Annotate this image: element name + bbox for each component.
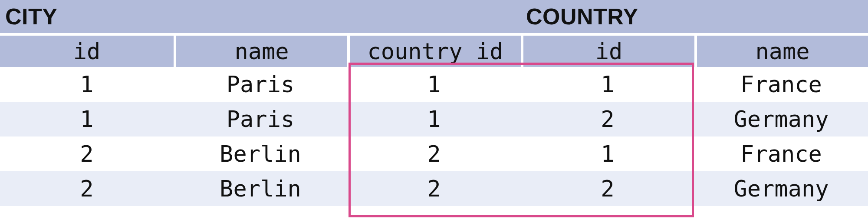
cell-city-name: Paris — [174, 67, 347, 102]
country-table-title: COUNTRY — [521, 0, 868, 33]
cell-country-id: 2 — [521, 102, 694, 136]
cross-join-diagram: CITY COUNTRY id name country_id id name … — [0, 0, 868, 206]
table-titles: CITY COUNTRY — [0, 0, 868, 33]
col-header-country-name: name — [694, 33, 868, 67]
table-row: 1 Paris 1 2 Germany — [0, 102, 868, 136]
table-row: 2 Berlin 2 1 France — [0, 136, 868, 171]
cell-city-name: Berlin — [174, 136, 347, 171]
cell-city-id: 2 — [0, 136, 174, 171]
cell-country-id: 1 — [521, 136, 694, 171]
table-body: 1 Paris 1 1 France 1 Paris 1 2 Germany 2… — [0, 67, 868, 206]
col-header-city-id: id — [0, 33, 174, 67]
cell-city-name: Berlin — [174, 171, 347, 206]
cell-country-name: Germany — [694, 171, 868, 206]
col-header-city-name: name — [174, 33, 347, 67]
cell-city-id: 1 — [0, 67, 174, 102]
cell-country-id-fk: 1 — [347, 67, 521, 102]
table-row: 2 Berlin 2 2 Germany — [0, 171, 868, 206]
cell-country-id-fk: 1 — [347, 102, 521, 136]
cell-country-id: 2 — [521, 171, 694, 206]
cell-city-id: 1 — [0, 102, 174, 136]
cell-country-name: France — [694, 67, 868, 102]
cell-country-name: France — [694, 136, 868, 171]
cell-country-name: Germany — [694, 102, 868, 136]
col-header-country-id: id — [521, 33, 694, 67]
column-headers: id name country_id id name — [0, 33, 868, 67]
city-table-title: CITY — [0, 0, 521, 33]
col-header-country-id-fk: country_id — [347, 33, 521, 67]
cell-country-id-fk: 2 — [347, 136, 521, 171]
table-row: 1 Paris 1 1 France — [0, 67, 868, 102]
cell-country-id: 1 — [521, 67, 694, 102]
cell-city-id: 2 — [0, 171, 174, 206]
cell-city-name: Paris — [174, 102, 347, 136]
cell-country-id-fk: 2 — [347, 171, 521, 206]
